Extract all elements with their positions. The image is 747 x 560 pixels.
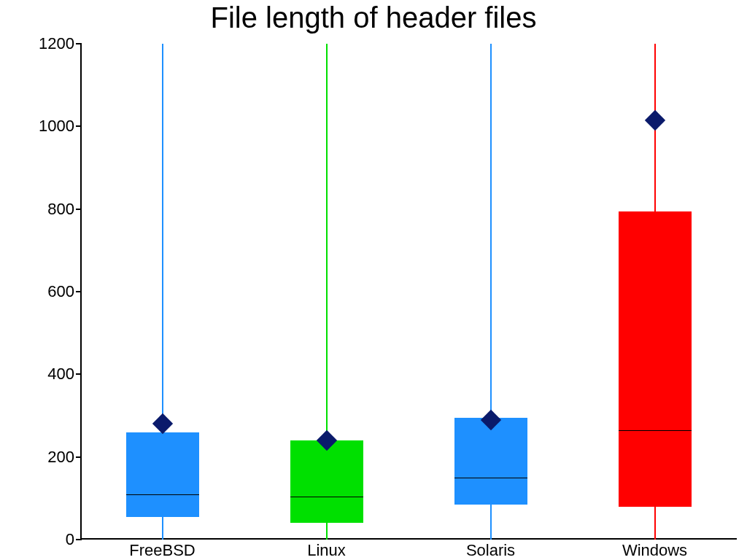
y-tick-label: 1200 <box>9 34 74 53</box>
median-line <box>454 478 527 478</box>
y-tick-mark <box>76 373 82 375</box>
y-tick-label: 600 <box>9 282 74 301</box>
y-tick-label: 200 <box>9 448 74 467</box>
chart-title: File length of header files <box>0 1 747 34</box>
y-tick-label: 400 <box>9 365 74 384</box>
box <box>126 432 199 517</box>
median-line <box>619 430 692 431</box>
box <box>619 211 692 507</box>
x-tick-label: Solaris <box>466 541 515 560</box>
box <box>454 418 527 505</box>
y-tick-mark <box>76 43 82 44</box>
x-tick-label: FreeBSD <box>129 541 195 560</box>
y-tick-label: 800 <box>9 200 74 219</box>
box <box>290 440 363 523</box>
y-tick-mark <box>76 539 82 540</box>
median-line <box>126 494 199 495</box>
y-tick-mark <box>76 456 82 458</box>
y-tick-mark <box>76 125 82 127</box>
y-tick-label: 1000 <box>9 117 74 136</box>
x-tick-label: Windows <box>622 541 687 560</box>
y-tick-mark <box>76 209 82 210</box>
median-line <box>290 497 363 497</box>
y-tick-label: 0 <box>9 530 74 549</box>
y-tick-mark <box>76 291 82 292</box>
boxplot-chart: File length of header files 020040060080… <box>0 0 747 560</box>
x-tick-label: Linux <box>307 541 346 560</box>
